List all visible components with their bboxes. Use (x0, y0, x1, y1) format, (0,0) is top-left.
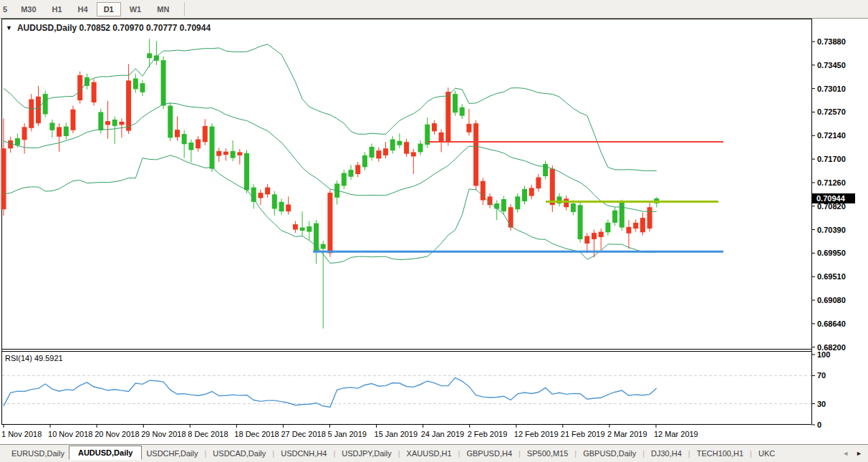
rsi-axis-label: 70 (817, 371, 826, 380)
bull-candle (605, 223, 610, 232)
tab-dj30-h4[interactable]: DJ30,H4 (647, 447, 686, 460)
date-axis-label: 15 Jan 2019 (375, 430, 418, 438)
tab-usdjpy-daily[interactable]: USDJPY,Daily (337, 447, 396, 460)
tab-usdchf-daily[interactable]: USDCHF,Daily (142, 447, 202, 460)
price-axis-label: 0.68640 (817, 319, 846, 328)
rsi-panel: 10070300 (2, 350, 830, 429)
bull-candle (612, 211, 617, 223)
timeframe-button-d1[interactable]: D1 (97, 2, 121, 16)
bear-candle (216, 151, 221, 156)
date-axis-label: 20 Nov 2018 (95, 430, 139, 438)
bear-candle (633, 223, 638, 228)
price-chart[interactable]: 0.738800.734500.730100.725700.721400.717… (0, 19, 868, 444)
bull-candle (522, 189, 527, 201)
bear-candle (237, 152, 242, 155)
tab-separator: | (458, 449, 460, 458)
bear-candle (77, 75, 82, 100)
tab-sp500-m15[interactable]: SP500,M15 (523, 447, 572, 460)
bull-candle (133, 78, 138, 89)
bear-candle (584, 236, 589, 244)
bull-candle (231, 151, 236, 158)
chart-window: ▼ AUDUSD,Daily 0.70852 0.70970 0.70777 0… (0, 19, 868, 444)
tab-scroll-right-icon[interactable]: ► (856, 450, 862, 457)
date-axis-label: 12 Feb 2019 (514, 430, 559, 438)
tab-separator: | (333, 449, 335, 458)
bull-candle (210, 127, 215, 169)
date-axis-label: 5 Jan 2019 (327, 430, 366, 438)
bear-candle (599, 232, 604, 237)
timeframe-button-h4[interactable]: H4 (71, 2, 95, 16)
price-axis-label: 0.73010 (817, 85, 846, 93)
date-axis-label: 18 Dec 2018 (234, 430, 279, 438)
bull-candle (188, 143, 193, 150)
bull-candle (619, 202, 625, 228)
tab-usdcnh-h4[interactable]: USDCNH,H4 (276, 447, 331, 460)
bull-candle (543, 164, 548, 176)
rsi-line (4, 377, 657, 407)
rsi-axis-label: 30 (817, 400, 826, 408)
bull-candle (112, 120, 117, 126)
tab-audusd-daily[interactable]: AUDUSD,Daily (69, 446, 142, 460)
tab-xauusd-h1[interactable]: XAUUSD,H1 (402, 447, 456, 460)
bear-candle (258, 193, 263, 198)
tab-ukc[interactable]: UKC (754, 447, 779, 460)
bear-candle (445, 92, 450, 143)
bull-candle (321, 244, 326, 249)
bull-candle (460, 107, 465, 116)
bull-candle (418, 143, 423, 152)
bull-candle (64, 127, 69, 136)
tab-separator: | (205, 449, 207, 458)
price-axis-label: 0.69080 (817, 296, 846, 304)
bull-candle (571, 203, 576, 212)
bear-candle (411, 152, 416, 156)
tab-gbpusd-daily[interactable]: GBPUSD,Daily (579, 447, 640, 460)
bear-candle (383, 148, 388, 155)
bull-candle (140, 83, 145, 92)
bull-candle (362, 155, 367, 167)
rsi-indicator-label: RSI(14) 49.5921 (5, 354, 63, 362)
date-axis-label: 8 Dec 2018 (188, 430, 228, 438)
timeframe-button-m30[interactable]: M30 (14, 2, 43, 16)
tab-tech100-h1[interactable]: TECH100,H1 (693, 447, 748, 460)
bull-candle (515, 196, 520, 209)
timeframe-button-h1[interactable]: H1 (45, 2, 69, 16)
date-axis-label: 21 Feb 2019 (561, 430, 605, 438)
bull-candle (182, 134, 187, 144)
tab-eurusd-daily[interactable]: EURUSD,Daily (7, 447, 69, 460)
chart-frame (1, 19, 812, 425)
bear-candle (550, 169, 555, 206)
bull-candle (49, 122, 54, 130)
bull-candle (349, 170, 354, 177)
candles-layer (1, 39, 660, 328)
tab-scroll-left-icon[interactable]: ◄ (842, 450, 849, 457)
bull-candle (15, 138, 20, 145)
price-axis-label: 0.72570 (817, 107, 846, 116)
timeframe-button-w1[interactable]: W1 (122, 2, 149, 16)
timeframe-button-5[interactable]: 5 (1, 2, 12, 16)
tab-separator: | (272, 449, 274, 458)
price-axis-label: 0.69950 (817, 249, 846, 257)
bear-candle (432, 123, 437, 131)
bear-candle (466, 124, 471, 133)
bear-candle (529, 188, 534, 196)
tab-usdcad-daily[interactable]: USDCAD,Daily (208, 447, 270, 460)
timeframe-button-mn[interactable]: MN (150, 2, 176, 16)
tab-gbpusd-h4[interactable]: GBPUSD,H4 (462, 447, 516, 460)
chevron-down-icon[interactable]: ▼ (6, 24, 12, 32)
bear-candle (203, 126, 208, 142)
date-axis-label: 1 Nov 2018 (1, 430, 42, 438)
current-price-badge: 0.70944 (812, 193, 855, 203)
chart-title-text: AUDUSD,Daily 0.70852 0.70970 0.70777 0.7… (17, 23, 211, 33)
date-axis-label: 29 Nov 2018 (141, 430, 185, 438)
bear-candle (627, 227, 632, 234)
price-axis-label: 0.73450 (817, 61, 846, 69)
date-axis-label: 2 Feb 2019 (468, 430, 508, 438)
bear-candle (640, 218, 645, 232)
bear-candle (564, 198, 569, 207)
tab-separator: | (574, 449, 577, 458)
bear-candle (119, 122, 124, 125)
bull-candle (147, 53, 152, 58)
bull-candle (98, 112, 103, 130)
price-axis-label: 0.70390 (817, 226, 846, 234)
bull-candle (43, 94, 48, 114)
